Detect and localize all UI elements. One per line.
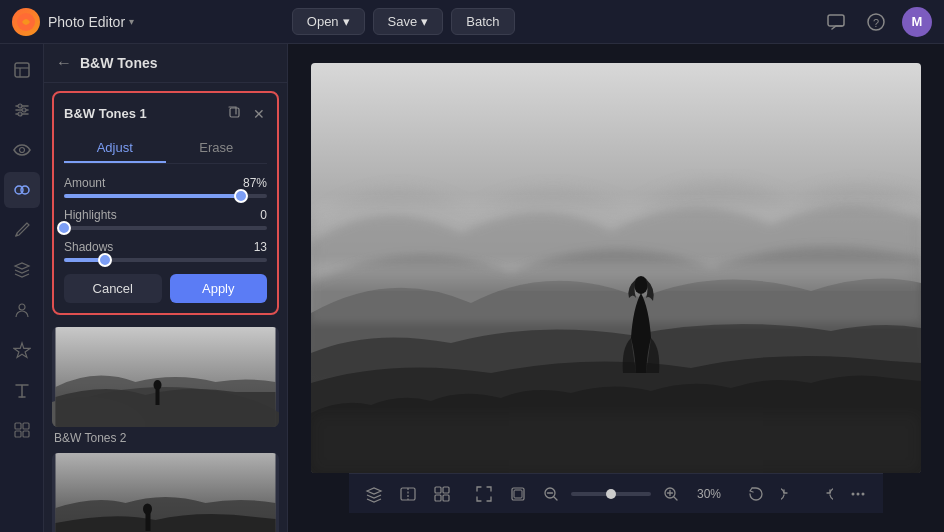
cancel-button[interactable]: Cancel [64, 274, 162, 303]
fit-icon-btn[interactable] [471, 481, 497, 507]
more-btn[interactable] [845, 481, 871, 507]
zoom-thumb[interactable] [606, 489, 616, 499]
filter-list: B&W Tones 2 [44, 323, 287, 532]
svg-point-5 [18, 104, 22, 108]
compare-icon-btn[interactable] [395, 481, 421, 507]
filter-item-bw2[interactable]: B&W Tones 2 [52, 327, 279, 445]
main-image [311, 63, 921, 473]
app-logo [12, 8, 40, 36]
svg-point-10 [21, 186, 29, 194]
help-button[interactable]: ? [862, 8, 890, 36]
svg-rect-16 [230, 108, 239, 117]
app-title[interactable]: Photo Editor ▾ [48, 14, 134, 30]
zoom-out-btn[interactable] [539, 482, 563, 506]
amount-fill [64, 194, 241, 198]
svg-point-6 [22, 108, 26, 112]
svg-rect-27 [311, 263, 921, 323]
svg-rect-4 [15, 63, 29, 77]
svg-point-21 [154, 380, 162, 390]
sidebar-star-btn[interactable] [4, 332, 40, 368]
filter-thumb-bw3 [52, 453, 279, 532]
svg-point-11 [19, 304, 25, 310]
zoom-percent: 30% [691, 487, 727, 501]
filter-name-bw2: B&W Tones 2 [52, 431, 279, 445]
filter-item-bw3[interactable]: B&W Tones 3 [52, 453, 279, 532]
zoom-in-btn[interactable] [659, 482, 683, 506]
main-image-svg [311, 63, 921, 473]
filter-card-header: B&W Tones 1 ✕ [64, 103, 267, 124]
filter-card-icons: ✕ [225, 103, 267, 124]
svg-rect-12 [15, 423, 21, 429]
app-title-chevron: ▾ [129, 16, 134, 27]
shadows-value: 13 [254, 240, 267, 254]
redo-btn[interactable] [811, 481, 837, 507]
svg-rect-34 [443, 495, 449, 501]
open-button[interactable]: Open ▾ [292, 8, 365, 35]
panel-title: B&W Tones [80, 55, 158, 71]
shadows-track[interactable] [64, 258, 267, 262]
amount-thumb[interactable] [234, 189, 248, 203]
rotate-ccw-btn[interactable] [743, 481, 769, 507]
avatar[interactable]: M [902, 7, 932, 37]
undo-btn[interactable] [777, 481, 803, 507]
highlights-track[interactable] [64, 226, 267, 230]
apply-button[interactable]: Apply [170, 274, 268, 303]
sidebar-eye-btn[interactable] [4, 132, 40, 168]
sidebar-text-btn[interactable] [4, 372, 40, 408]
back-button[interactable]: ← [56, 54, 72, 72]
shadows-label: Shadows [64, 240, 113, 254]
svg-point-40 [857, 492, 860, 495]
batch-button[interactable]: Batch [451, 8, 514, 35]
filter-thumb-bw2 [52, 327, 279, 427]
zoom-slider[interactable] [571, 492, 651, 496]
filter-actions: Cancel Apply [64, 274, 267, 303]
topbar-center: Open ▾ Save ▾ Batch [292, 8, 515, 35]
left-panel-header: ← B&W Tones [44, 44, 287, 83]
save-button[interactable]: Save ▾ [373, 8, 444, 35]
sidebar-brush-btn[interactable] [4, 212, 40, 248]
filter-tabs: Adjust Erase [64, 134, 267, 164]
svg-point-41 [862, 492, 865, 495]
sidebar-home-btn[interactable] [4, 52, 40, 88]
svg-rect-1 [828, 15, 844, 26]
main-layout: ← B&W Tones B&W Tones 1 ✕ A [0, 44, 944, 532]
filter-card: B&W Tones 1 ✕ Adjust Erase [52, 91, 279, 315]
amount-label: Amount [64, 176, 105, 190]
svg-point-39 [852, 492, 855, 495]
highlights-slider-row: Highlights 0 [64, 208, 267, 230]
svg-rect-31 [435, 487, 441, 493]
highlights-value: 0 [260, 208, 267, 222]
shadows-thumb[interactable] [98, 253, 112, 267]
svg-point-8 [19, 148, 24, 153]
sidebar-effects-btn[interactable] [4, 172, 40, 208]
sidebar-adjust-btn[interactable] [4, 92, 40, 128]
highlights-label: Highlights [64, 208, 117, 222]
svg-point-7 [18, 112, 22, 116]
layers-icon-btn[interactable] [361, 481, 387, 507]
comment-button[interactable] [822, 8, 850, 36]
amount-slider-row: Amount 87% [64, 176, 267, 198]
filter-card-close-btn[interactable]: ✕ [251, 103, 267, 124]
icon-sidebar [0, 44, 44, 532]
amount-track[interactable] [64, 194, 267, 198]
svg-rect-13 [23, 423, 29, 429]
svg-point-24 [143, 504, 152, 515]
highlights-thumb[interactable] [57, 221, 71, 235]
svg-rect-29 [311, 413, 921, 473]
shadows-slider-row: Shadows 13 [64, 240, 267, 262]
filter-card-title: B&W Tones 1 [64, 106, 225, 121]
filter-card-copy-btn[interactable] [225, 103, 243, 124]
tab-erase[interactable]: Erase [166, 134, 268, 163]
sidebar-people-btn[interactable] [4, 292, 40, 328]
sidebar-layers-btn[interactable] [4, 252, 40, 288]
tab-adjust[interactable]: Adjust [64, 134, 166, 163]
save-chevron: ▾ [421, 14, 428, 29]
canvas-area: 30% [288, 44, 944, 532]
svg-rect-14 [15, 431, 21, 437]
grid-icon-btn[interactable] [429, 481, 455, 507]
sidebar-texture-btn[interactable] [4, 412, 40, 448]
svg-rect-36 [514, 490, 522, 498]
left-panel: ← B&W Tones B&W Tones 1 ✕ A [44, 44, 288, 532]
svg-rect-32 [443, 487, 449, 493]
fill-icon-btn[interactable] [505, 481, 531, 507]
